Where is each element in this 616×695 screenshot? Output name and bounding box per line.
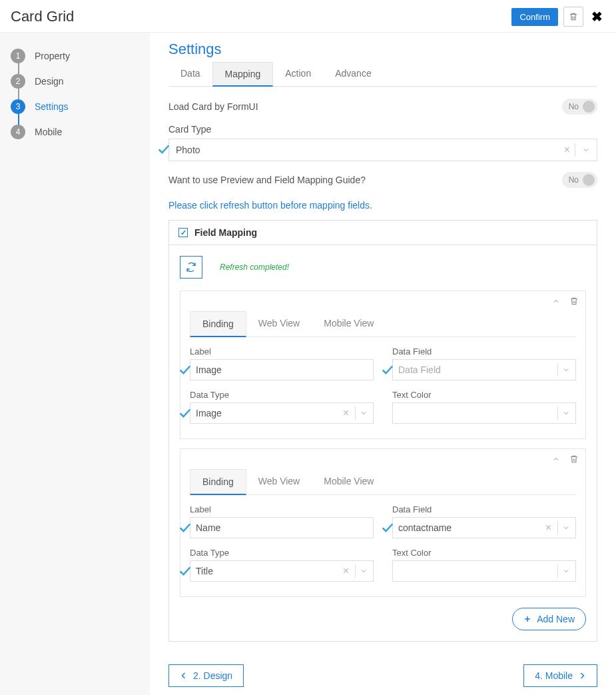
clear-icon[interactable]: × (343, 407, 349, 419)
data-field-select[interactable]: contactname × (392, 517, 576, 538)
label-field: Label Name (190, 504, 374, 538)
inner-tabs: Binding Web View Mobile View (190, 311, 576, 337)
data-field-field: Data Field Data Field (392, 347, 576, 380)
trash-icon (569, 454, 579, 464)
inner-tab-mobileview[interactable]: Mobile View (312, 311, 386, 337)
label-value: Image (196, 364, 222, 375)
label-input[interactable]: Image (190, 359, 374, 380)
label-field: Label Image (190, 347, 374, 380)
data-type-heading: Data Type (190, 548, 374, 558)
select-divider (557, 363, 558, 376)
next-button[interactable]: 4. Mobile (523, 664, 597, 687)
mapping-grid: Label Image Data Field Data F (190, 347, 576, 424)
inner-tab-binding[interactable]: Binding (190, 469, 246, 495)
data-type-field: Data Type Title × (190, 548, 374, 582)
delete-button[interactable] (563, 7, 583, 27)
card-type-select[interactable]: Photo × (168, 139, 597, 161)
text-color-heading: Text Color (392, 548, 576, 558)
prev-label: 2. Design (193, 670, 232, 681)
info-text: Please click refresh button before mappi… (168, 200, 597, 211)
tab-action[interactable]: Action (273, 62, 323, 86)
trash-icon (569, 12, 578, 21)
add-new-label: Add New (537, 614, 575, 624)
card-type-value: Photo (176, 145, 200, 155)
chevron-down-icon[interactable] (360, 567, 368, 575)
check-icon (157, 143, 170, 157)
mapping-card-body: Binding Web View Mobile View Label Image (180, 311, 585, 438)
clear-icon[interactable]: × (545, 522, 551, 534)
collapse-icon[interactable] (552, 455, 560, 463)
refresh-button[interactable] (180, 256, 202, 279)
text-color-field: Text Color (392, 390, 576, 424)
mapping-grid: Label Name Data Field contact (190, 504, 576, 582)
mapping-card-body: Binding Web View Mobile View Label Name (180, 469, 585, 596)
inner-tab-webview[interactable]: Web View (246, 311, 312, 337)
clear-icon[interactable]: × (343, 565, 349, 577)
plus-icon (523, 615, 531, 623)
label-input[interactable]: Name (190, 517, 374, 538)
chevron-down-icon[interactable] (360, 409, 368, 417)
clear-icon[interactable]: × (564, 144, 570, 156)
step-design[interactable]: 2 Design (11, 69, 145, 94)
load-card-toggle[interactable]: No (562, 99, 597, 115)
next-label: 4. Mobile (535, 670, 573, 681)
panel-body: Refresh completed! Binding (169, 245, 597, 641)
close-icon[interactable]: ✖ (589, 9, 605, 25)
select-divider (355, 564, 356, 578)
tab-data[interactable]: Data (168, 62, 212, 86)
refresh-row: Refresh completed! (180, 256, 586, 279)
data-type-value: Image (196, 408, 222, 418)
settings-title: Settings (168, 41, 597, 58)
check-icon (381, 364, 394, 377)
load-card-value: No (569, 102, 579, 111)
step-label-1: Property (35, 51, 70, 61)
tab-advance[interactable]: Advance (323, 62, 383, 86)
inner-tab-webview[interactable]: Web View (246, 469, 312, 494)
step-mobile[interactable]: 4 Mobile (11, 119, 145, 145)
step-label-3: Settings (35, 101, 69, 112)
add-new-button[interactable]: Add New (512, 608, 586, 630)
add-row: Add New (180, 608, 586, 630)
collapse-icon[interactable] (552, 297, 560, 305)
inner-tab-binding[interactable]: Binding (190, 311, 246, 337)
text-color-select[interactable] (392, 402, 576, 424)
prev-button[interactable]: 2. Design (168, 664, 244, 687)
data-type-select[interactable]: Image × (190, 402, 374, 424)
chevron-down-icon[interactable] (562, 567, 570, 575)
refresh-status: Refresh completed! (220, 263, 289, 272)
tab-mapping[interactable]: Mapping (212, 62, 274, 87)
sidebar: 1 Property 2 Design 3 Settings 4 Mobile (0, 33, 150, 695)
refresh-icon (186, 262, 196, 273)
step-property[interactable]: 1 Property (11, 43, 145, 69)
step-settings[interactable]: 3 Settings (11, 94, 145, 119)
chevron-down-icon[interactable] (562, 366, 570, 374)
delete-mapping-button[interactable] (569, 297, 579, 306)
chevron-down-icon[interactable] (582, 146, 590, 154)
arrow-right-icon (578, 672, 586, 680)
mapping-card-header (180, 291, 585, 311)
check-icon (178, 522, 192, 535)
confirm-button[interactable]: Confirm (511, 8, 558, 26)
field-mapping-panel: ✓ Field Mapping Refresh completed! (168, 220, 597, 642)
preview-toggle[interactable]: No (562, 172, 597, 188)
data-field-heading: Data Field (392, 504, 576, 514)
label-value: Name (196, 522, 220, 533)
text-color-select[interactable] (392, 560, 576, 582)
mapping-card: Binding Web View Mobile View Label Name (180, 448, 586, 597)
mapping-card-header (180, 449, 585, 469)
text-color-heading: Text Color (392, 390, 576, 400)
data-field-select[interactable]: Data Field (392, 359, 576, 380)
arrow-left-icon (180, 672, 188, 680)
field-mapping-label: Field Mapping (194, 227, 257, 238)
chevron-down-icon[interactable] (562, 524, 570, 532)
delete-mapping-button[interactable] (569, 454, 579, 464)
chevron-down-icon[interactable] (562, 409, 570, 417)
main-content: Settings Data Mapping Action Advance Loa… (150, 33, 616, 695)
data-type-select[interactable]: Title × (190, 560, 374, 582)
step-label-4: Mobile (35, 127, 62, 137)
step-num-2: 2 (11, 74, 25, 89)
checkbox-checked-icon[interactable]: ✓ (178, 228, 188, 237)
card-type-field: Card Type Photo × (168, 124, 597, 161)
inner-tab-mobileview[interactable]: Mobile View (312, 469, 386, 494)
label-heading: Label (190, 504, 374, 514)
